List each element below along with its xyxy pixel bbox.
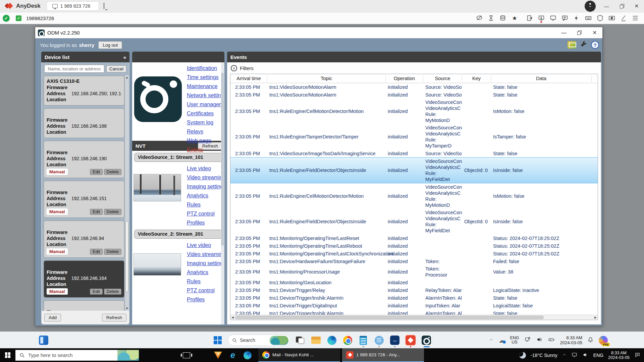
device-nav-link[interactable]: Events <box>187 145 224 154</box>
video-source-1-header[interactable]: VideoSource_1: Stream_101 <box>134 153 222 162</box>
search-daily-image[interactable] <box>117 350 139 361</box>
actions-lightning-icon[interactable] <box>573 14 581 22</box>
device-nav-link[interactable]: Identification <box>187 64 224 73</box>
help-icon[interactable]: ? <box>591 41 599 49</box>
delete-device-button[interactable]: Delete <box>104 209 121 215</box>
task-view-icon[interactable] <box>294 335 306 346</box>
chevron-down-icon[interactable]: ∨ <box>231 65 237 71</box>
column-data[interactable]: Data <box>491 75 592 82</box>
event-row[interactable]: 2:33:05 PM tns1:Monitoring/ProcessorUsag… <box>230 265 598 279</box>
filters-expander[interactable]: ∨ Filters <box>227 62 601 71</box>
video-source-link[interactable]: Live video <box>187 241 224 250</box>
event-row[interactable]: 2:33:05 PM tns1:RuleEngine/FieldDetector… <box>230 157 598 183</box>
host-volume-icon[interactable] <box>582 352 589 359</box>
host-clock[interactable]: 8:33 AM2024-03-05 <box>608 351 630 360</box>
whiteboard-pen-icon[interactable] <box>620 14 628 22</box>
event-row[interactable]: 2:33:05 PM tns1:RuleEngine/CellMotionDet… <box>230 183 598 209</box>
collapse-panel-button[interactable]: « <box>123 54 126 60</box>
event-row[interactable]: 2:33:05 PM tns1:Device/Trigger/DigitalIn… <box>230 302 598 309</box>
tools-wrench-icon[interactable] <box>580 40 588 49</box>
battery-icon[interactable] <box>548 337 555 344</box>
fullscreen-monitor-icon[interactable] <box>549 14 557 22</box>
device-nav-link[interactable]: Relays <box>187 127 224 136</box>
window-minimize-button[interactable]: — <box>599 0 614 12</box>
edit-device-button[interactable]: Edit <box>90 289 103 295</box>
file-explorer-icon[interactable] <box>310 335 322 346</box>
add-device-button[interactable]: Add <box>44 314 61 321</box>
video-source-link[interactable]: Analytics <box>187 268 224 277</box>
weather-icon[interactable] <box>519 352 526 359</box>
video-source-link[interactable]: Rules <box>187 277 224 286</box>
device-card[interactable]: Firmware Address192.168.246.151 Location… <box>44 181 124 218</box>
event-row[interactable]: 2:33:05 PM tns1:Monitoring/OperatingTime… <box>230 234 598 242</box>
scrollbar-thumb[interactable] <box>125 221 128 292</box>
logout-button[interactable]: Log out <box>98 41 122 49</box>
permissions-shield-icon[interactable] <box>596 14 604 22</box>
tray-expand-icon[interactable] <box>489 337 493 343</box>
video-source-link[interactable]: Rules <box>187 200 224 209</box>
scroll-up-icon[interactable]: ▲ <box>125 76 128 79</box>
window-button-mail[interactable]: Mail - Navjot Kohli ... <box>258 348 340 362</box>
refresh-devices-button[interactable]: Refresh <box>102 314 126 321</box>
host-edge-icon[interactable] <box>240 348 255 362</box>
window-close-button[interactable]: ✕ <box>629 0 644 12</box>
edit-device-button[interactable]: Edit <box>90 209 103 215</box>
odm-minimize-button[interactable]: — <box>556 27 572 38</box>
delete-device-button[interactable]: Delete <box>104 249 121 255</box>
video-source-link[interactable]: Profiles <box>187 295 224 304</box>
onedrive-icon[interactable]: ☁ <box>498 337 505 344</box>
column-topic[interactable]: Topic <box>267 75 386 82</box>
search-cancel-button[interactable]: Cancel <box>106 65 126 72</box>
video-source-2-header[interactable]: VideoSource_2: Stream_201 <box>134 230 222 239</box>
device-card[interactable]: Firmware Address192.168.246.94 Location … <box>44 221 124 258</box>
edge-icon[interactable] <box>326 335 337 346</box>
weather-text[interactable]: -18°C Sunny <box>531 353 557 358</box>
session-duration-icon[interactable] <box>487 14 495 22</box>
search-highlight-image[interactable] <box>270 336 288 345</box>
scroll-left-icon[interactable]: ◀ <box>231 315 234 320</box>
host-task-view-icon[interactable] <box>179 348 194 362</box>
event-row[interactable]: 2:33:05 PM tns1:Monitoring/OperatingTime… <box>230 250 598 257</box>
clock[interactable]: 8:33 AM2024-03-05 <box>560 335 583 345</box>
video-source-link[interactable]: Video streaming <box>187 173 224 182</box>
v-app-icon[interactable]: V <box>211 348 225 362</box>
device-card[interactable]: Firmware Address192.168.246.190 Location… <box>44 141 124 178</box>
display-icon[interactable] <box>571 352 578 359</box>
teamviewer-icon[interactable]: ↔ <box>389 335 400 346</box>
edit-device-button[interactable]: Edit <box>90 169 103 175</box>
record-session-icon[interactable] <box>608 14 616 22</box>
video-source-link[interactable]: Live video <box>187 164 224 173</box>
tray-expand-icon[interactable] <box>562 353 567 358</box>
monitor-select-icon[interactable]: 1 <box>537 14 545 22</box>
event-row[interactable]: 2:33:05 PM tns1:VideoSource/MotionAlarm … <box>230 91 598 99</box>
video-source-link[interactable]: Profiles <box>187 218 224 227</box>
delete-device-button[interactable]: Delete <box>104 289 121 295</box>
event-row[interactable]: 2:33:05 PM tns1:Monitoring/GeoLocation i… <box>230 279 598 286</box>
privacy-screen-icon[interactable] <box>475 14 483 22</box>
window-restore-button[interactable] <box>614 0 629 12</box>
scrollbar-thumb[interactable] <box>235 316 544 319</box>
widgets-icon[interactable] <box>39 336 48 345</box>
device-card[interactable]: AXIS C1310-E Firmware Address192.168.246… <box>44 76 124 106</box>
device-list-scrollbar[interactable]: ▲ ▼ <box>125 75 129 311</box>
window-button-anydesk[interactable]: 1 989 823 726 - Any... <box>342 348 424 362</box>
video-source-link[interactable]: PTZ control <box>187 209 224 218</box>
volume-icon[interactable] <box>536 337 543 344</box>
device-nav-link[interactable]: Time settings <box>187 73 224 82</box>
event-row[interactable]: 2:33:05 PM tns1:VideoSource/MotionAlarm … <box>230 83 598 91</box>
chat-icon[interactable] <box>561 14 569 22</box>
notes-app-icon[interactable] <box>358 335 369 346</box>
mail-icon[interactable] <box>568 41 576 49</box>
column-operation[interactable]: Operation <box>386 75 423 82</box>
device-search-input[interactable] <box>44 65 104 73</box>
events-horizontal-scrollbar[interactable]: ◀ ▶ <box>230 315 598 320</box>
device-card[interactable]: Firmware Address192.168.246.164 Location… <box>44 260 124 298</box>
host-language-indicator[interactable]: ENG <box>593 353 603 358</box>
device-nav-link[interactable]: User management <box>187 100 224 109</box>
device-card[interactable]: Firmware Address192.168.246.106 Location… <box>44 300 124 311</box>
magnifier-app-icon[interactable] <box>373 335 385 346</box>
device-nav-link[interactable]: System log <box>187 118 224 127</box>
odm-restore-button[interactable] <box>572 27 587 38</box>
video-source-2-thumbnail[interactable] <box>133 253 181 276</box>
display-connect-icon[interactable] <box>524 337 531 344</box>
